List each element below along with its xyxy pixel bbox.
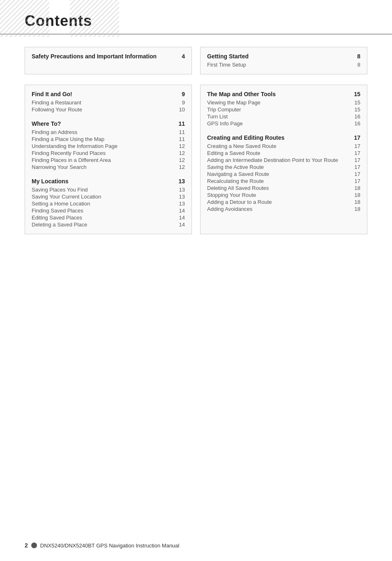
subitem-page: 13 bbox=[179, 194, 185, 200]
subitem-page: 8 bbox=[357, 62, 360, 68]
page-footer: 2 DNX5240/DNX5240BT GPS Navigation Instr… bbox=[25, 542, 367, 549]
safety-page-num: 4 bbox=[182, 53, 185, 60]
subitem-label: Following Your Route bbox=[32, 106, 175, 113]
content-area: Safety Precautions and Important Informa… bbox=[0, 47, 392, 234]
map-tools-title-text: The Map and Other Tools bbox=[207, 91, 350, 97]
subitem-label: Setting a Home Location bbox=[32, 201, 175, 207]
subitem-label: Finding a Restaurant bbox=[32, 99, 178, 106]
subitem-page: 12 bbox=[179, 150, 185, 156]
subitem-label: Saving Places You Find bbox=[32, 187, 175, 193]
subitem-label: GPS Info Page bbox=[207, 120, 350, 127]
subitem-label: Turn List bbox=[207, 113, 350, 120]
subitem-label: Editing a Saved Route bbox=[207, 150, 350, 156]
where-to-section-title: Where To? 11 bbox=[32, 120, 185, 127]
list-item: Finding Saved Places 14 bbox=[32, 207, 185, 214]
subitem-label: Navigating a Saved Route bbox=[207, 171, 350, 177]
my-locations-section: My Locations 13 Saving Places You Find 1… bbox=[32, 178, 185, 228]
subitem-page: 10 bbox=[179, 106, 185, 113]
list-item: Editing Saved Places 14 bbox=[32, 214, 185, 221]
stripe-decoration-right bbox=[70, 0, 119, 37]
subitem-page: 17 bbox=[355, 164, 360, 170]
safety-box: Safety Precautions and Important Informa… bbox=[25, 47, 192, 74]
list-item: Viewing the Map Page 15 bbox=[207, 99, 360, 106]
subitem-label: Recalculating the Route bbox=[207, 178, 350, 184]
list-item: Stopping Your Route 18 bbox=[207, 192, 360, 199]
footer-page-number: 2 bbox=[25, 542, 28, 549]
list-item: Saving Places You Find 13 bbox=[32, 186, 185, 193]
svg-rect-3 bbox=[70, 0, 119, 37]
subitem-page: 13 bbox=[179, 201, 185, 207]
list-item: First Time Setup 8 bbox=[207, 61, 360, 68]
list-item: Finding Places in a Different Area 12 bbox=[32, 157, 185, 164]
subitem-page: 14 bbox=[179, 208, 185, 214]
list-item: Adding an Intermediate Destination Point… bbox=[207, 157, 360, 164]
list-item: GPS Info Page 16 bbox=[207, 120, 360, 127]
subitem-page: 9 bbox=[182, 99, 185, 106]
creating-routes-page-num: 17 bbox=[354, 134, 360, 141]
list-item: Finding Recently Found Places 12 bbox=[32, 150, 185, 157]
subitem-label: Stopping Your Route bbox=[207, 192, 350, 198]
list-item: Understanding the Information Page 12 bbox=[32, 143, 185, 150]
subitem-page: 14 bbox=[179, 215, 185, 221]
where-to-section: Where To? 11 Finding an Address 11 Findi… bbox=[32, 120, 185, 171]
subitem-label: Adding an Intermediate Destination Point… bbox=[207, 157, 350, 163]
list-item: Finding a Place Using the Map 11 bbox=[32, 136, 185, 143]
subitem-label: Deleting All Saved Routes bbox=[207, 185, 350, 191]
list-item: Deleting a Saved Place 14 bbox=[32, 221, 185, 228]
footer-text: DNX5240/DNX5240BT GPS Navigation Instruc… bbox=[40, 543, 180, 549]
where-to-page-num: 11 bbox=[178, 120, 185, 127]
subitem-page: 13 bbox=[179, 187, 185, 193]
subitem-page: 12 bbox=[179, 164, 185, 170]
subitem-label: Understanding the Information Page bbox=[32, 143, 175, 149]
svg-rect-1 bbox=[0, 0, 49, 37]
subitem-label: Deleting a Saved Place bbox=[32, 222, 175, 228]
subitem-label: First Time Setup bbox=[207, 62, 353, 68]
find-it-go-section-title: Find It and Go! 9 bbox=[32, 91, 185, 97]
list-item: Setting a Home Location 13 bbox=[32, 200, 185, 207]
my-locations-title-text: My Locations bbox=[32, 178, 174, 185]
subitem-label: Finding Places in a Different Area bbox=[32, 157, 175, 163]
subitem-page: 17 bbox=[355, 171, 360, 177]
subitem-page: 14 bbox=[179, 222, 185, 228]
list-item: Turn List 16 bbox=[207, 113, 360, 120]
list-item: Adding a Detour to a Route 18 bbox=[207, 199, 360, 205]
top-row: Safety Precautions and Important Informa… bbox=[25, 47, 367, 74]
subitem-page: 17 bbox=[355, 150, 360, 156]
subitem-page: 12 bbox=[179, 143, 185, 149]
my-locations-page-num: 13 bbox=[178, 178, 185, 185]
subitem-page: 17 bbox=[355, 157, 360, 163]
safety-title-text: Safety Precautions and Important Informa… bbox=[32, 53, 178, 60]
list-item: Narrowing Your Search 12 bbox=[32, 164, 185, 171]
list-item: Navigating a Saved Route 17 bbox=[207, 171, 360, 178]
subitem-label: Finding an Address bbox=[32, 129, 175, 135]
where-to-title-text: Where To? bbox=[32, 120, 174, 127]
page: Contents Safety Precautions and Importan… bbox=[0, 0, 392, 561]
creating-routes-title-text: Creating and Editing Routes bbox=[207, 134, 350, 141]
subitem-page: 15 bbox=[355, 99, 360, 106]
find-it-go-box: Find It and Go! 9 Finding a Restaurant 9… bbox=[25, 85, 192, 234]
subitem-label: Trip Computer bbox=[207, 106, 350, 113]
right-column: The Map and Other Tools 15 Viewing the M… bbox=[200, 85, 367, 234]
subitem-label: Creating a New Saved Route bbox=[207, 143, 350, 149]
subitem-page: 16 bbox=[355, 120, 360, 127]
subitem-page: 18 bbox=[355, 185, 360, 191]
subitem-page: 18 bbox=[355, 199, 360, 205]
my-locations-section-title: My Locations 13 bbox=[32, 178, 185, 185]
getting-started-section-title: Getting Started 8 bbox=[207, 53, 360, 60]
list-item: Adding Avoidances 18 bbox=[207, 205, 360, 212]
getting-started-title-text: Getting Started bbox=[207, 53, 353, 60]
creating-routes-section: Creating and Editing Routes 17 Creating … bbox=[207, 134, 360, 212]
map-tools-page-num: 15 bbox=[354, 91, 360, 97]
creating-routes-section-title: Creating and Editing Routes 17 bbox=[207, 134, 360, 141]
map-tools-section-title: The Map and Other Tools 15 bbox=[207, 91, 360, 97]
subitem-label: Adding a Detour to a Route bbox=[207, 199, 350, 205]
subitem-page: 12 bbox=[179, 157, 185, 163]
subitem-page: 17 bbox=[355, 143, 360, 149]
list-item: Saving the Active Route 17 bbox=[207, 164, 360, 171]
list-item: Finding an Address 11 bbox=[32, 129, 185, 136]
subitem-page: 17 bbox=[355, 178, 360, 184]
list-item: Creating a New Saved Route 17 bbox=[207, 143, 360, 150]
find-it-go-title-text: Find It and Go! bbox=[32, 91, 178, 97]
subitem-label: Finding a Place Using the Map bbox=[32, 136, 175, 142]
safety-section-title: Safety Precautions and Important Informa… bbox=[32, 53, 185, 60]
